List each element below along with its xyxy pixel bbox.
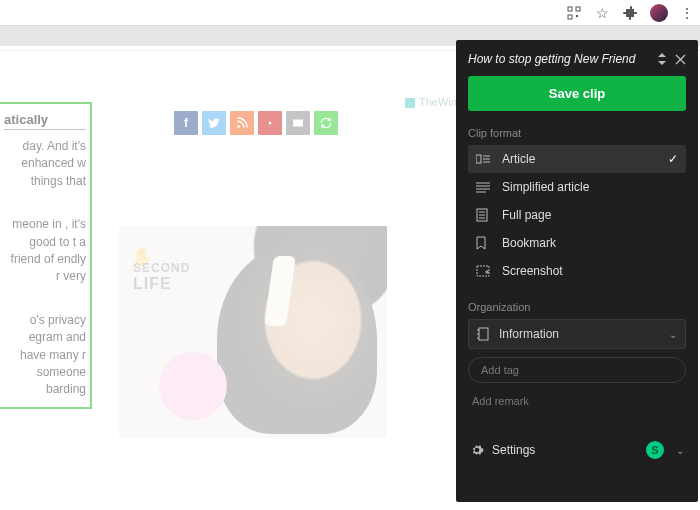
add-remark-button[interactable]: Add remark [468,395,686,407]
check-icon: ✓ [668,152,678,166]
qr-icon[interactable] [566,5,582,21]
more-icon[interactable]: ⋮ [680,6,694,20]
browser-toolbar: ☆ ⋮ [0,0,700,26]
format-simplified[interactable]: Simplified article [468,173,686,201]
format-label: Bookmark [502,236,556,250]
extensions-icon[interactable] [622,5,638,21]
article-selection-box: atically day. And it's enhanced w things… [0,102,92,409]
email-icon[interactable] [286,111,310,135]
svg-rect-3 [576,15,578,17]
save-clip-button[interactable]: Save clip [468,76,686,111]
format-label: Simplified article [502,180,589,194]
format-label: Article [502,152,535,166]
notebook-icon [477,327,489,341]
svg-rect-2 [568,15,572,19]
clip-format-label: Clip format [468,127,686,139]
user-avatar[interactable]: S [646,441,664,459]
clip-title: How to stop getting New Friend [468,52,649,66]
article-heading: atically [4,112,86,130]
format-screenshot[interactable]: Screenshot [468,257,686,285]
format-fullpage[interactable]: Full page [468,201,686,229]
star-icon[interactable]: ☆ [594,5,610,21]
article-paragraph: meone in , it's good to t a friend of en… [4,216,86,286]
organization-label: Organization [468,301,686,313]
recycle-icon[interactable] [314,111,338,135]
chevron-down-icon: ⌄ [669,329,677,340]
ad-banner[interactable]: ⓘ ✕ ✋ SECOND LIFE [119,226,387,438]
svg-rect-0 [568,7,572,11]
notebook-name: Information [499,327,559,341]
youtube-icon[interactable] [258,111,282,135]
clipper-panel: How to stop getting New Friend Save clip… [456,40,698,502]
format-label: Screenshot [502,264,563,278]
gear-icon[interactable] [470,443,484,457]
chevron-down-icon[interactable]: ⌄ [676,445,684,456]
svg-rect-1 [576,7,580,11]
social-share-row: f [174,111,338,135]
add-tag-input[interactable]: Add tag [468,357,686,383]
format-bookmark[interactable]: Bookmark [468,229,686,257]
settings-row: Settings S ⌄ [468,435,686,465]
svg-point-4 [237,125,240,128]
article-paragraph: o's privacy egram and have many r someon… [4,312,86,399]
article-paragraph: day. And it's enhanced w things that [4,138,86,190]
rss-icon[interactable] [230,111,254,135]
svg-rect-20 [479,328,488,340]
article-icon [476,153,492,165]
notebook-selector[interactable]: Information ⌄ [468,319,686,349]
bookmark-icon [476,236,492,250]
close-icon[interactable] [675,52,686,66]
simplified-icon [476,181,492,193]
format-label: Full page [502,208,551,222]
screenshot-icon [476,265,492,277]
panel-header: How to stop getting New Friend [468,52,686,66]
svg-rect-5 [476,155,481,163]
facebook-icon[interactable]: f [174,111,198,135]
settings-label[interactable]: Settings [492,443,535,457]
fullpage-icon [476,208,492,222]
format-article[interactable]: Article ✓ [468,145,686,173]
twitter-icon[interactable] [202,111,226,135]
expand-icon[interactable] [657,52,667,66]
profile-avatar[interactable] [650,4,668,22]
